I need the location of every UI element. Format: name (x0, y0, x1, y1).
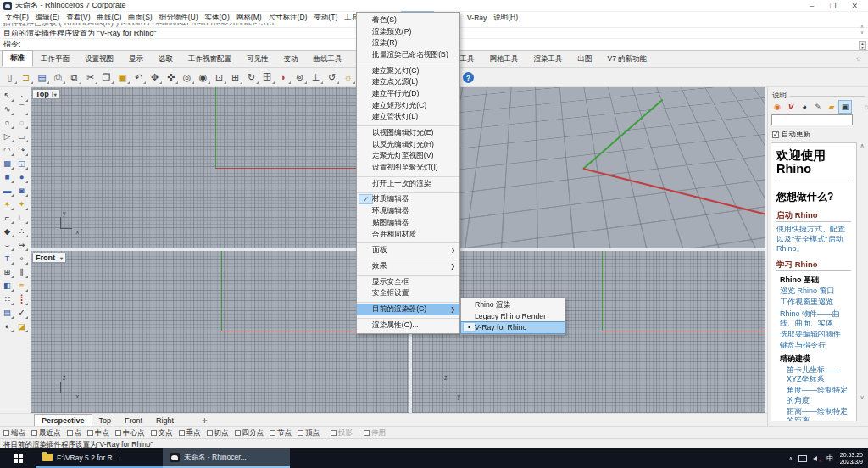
menu-bar-item[interactable]: 文件(F) (2, 12, 32, 24)
copy-view-icon[interactable]: ⧉ (67, 70, 81, 85)
menu-bar-item[interactable]: 实体(O) (202, 12, 233, 24)
dimension-icon[interactable]: ∘ (15, 252, 28, 265)
history-icon[interactable]: ↺ (325, 70, 339, 85)
render-menu-item[interactable]: ✓ 渲染属性(O)... ❯ (357, 320, 459, 332)
display-mode-icon[interactable]: ◗ (276, 70, 291, 85)
sphere-icon[interactable]: ● (15, 170, 28, 183)
checkbox[interactable] (235, 430, 241, 436)
text-icon[interactable]: T (1, 252, 14, 265)
environment-tab-icon[interactable]: ◕ (798, 101, 810, 113)
osnap-toggle[interactable]: 四分点 (235, 428, 264, 438)
render-menu-item[interactable]: ✓ 环境编辑器 ❯ (357, 205, 459, 217)
layer-icon[interactable]: ▤ (1, 306, 14, 319)
toolbar-tab[interactable]: 变动 (276, 52, 306, 67)
render-menu-item[interactable]: ✓ 渲染预览(P) ❯ (357, 26, 459, 38)
checkbox[interactable] (298, 430, 303, 436)
menu-bar-item[interactable]: 尺寸标注(D) (265, 12, 311, 24)
help-scrollbar[interactable]: ∧ ∨ (858, 142, 866, 421)
menu-bar-item[interactable]: 曲面(S) (125, 12, 155, 24)
pan-icon[interactable]: ✥ (147, 70, 162, 85)
osnap-toggle[interactable]: 顶点 (298, 428, 320, 438)
osnap-toggle[interactable]: 端点 (3, 428, 25, 438)
osnap-toggle[interactable]: 中心点 (115, 428, 145, 438)
viewport-front[interactable]: Front▾ zx (31, 251, 409, 413)
menu-bar-item[interactable]: 变动(T) (310, 12, 341, 24)
speaker-muted-icon[interactable] (813, 454, 821, 462)
group-icon[interactable]: ∷ (1, 292, 14, 305)
checkbox[interactable] (207, 430, 213, 436)
render-menu-item[interactable]: ✓ 面板 ❯ (357, 244, 459, 256)
zoom-extents-icon[interactable]: ⊞ (228, 70, 242, 85)
menu-bar-item[interactable]: 查看(V) (63, 12, 93, 24)
render-menu-item[interactable]: ✓ 以视图编辑灯光(E) ❯ (357, 127, 459, 139)
checkbox[interactable] (87, 430, 93, 436)
clock[interactable]: 20:53:202023/3/9 (840, 452, 863, 465)
boolean-icon[interactable]: ✶ (1, 198, 14, 210)
freeform-curve-icon[interactable]: ↷ (15, 143, 28, 156)
render-menu-item[interactable]: ✓ 以反光编辑灯光(H) ❯ (357, 139, 459, 151)
taskbar-task[interactable]: F:\VRay 5.2 for R... (36, 448, 163, 468)
materials-tab-icon[interactable]: ◉ (771, 101, 783, 113)
move-icon[interactable]: ✜ (164, 70, 178, 85)
render-menu-item[interactable]: ✓ 安全框设置 ❯ (357, 287, 459, 299)
osnap-toggle[interactable]: 切点 (207, 428, 229, 438)
copy-icon[interactable]: ❐ (99, 70, 114, 85)
render-menu-item[interactable]: ✓ 目前的渲染器(C) ❯ (357, 304, 459, 315)
osnap-toggle[interactable]: 投影 (331, 428, 353, 438)
gear-icon[interactable]: ☼ (863, 102, 868, 111)
viewport-tab[interactable]: Top (92, 415, 119, 426)
paste-icon[interactable]: ▣ (115, 70, 130, 85)
renderer-submenu-item[interactable]: • Rhino 渲染 (461, 299, 565, 310)
close-button[interactable]: ✕ (851, 2, 858, 10)
checkbox[interactable] (364, 430, 370, 436)
render-menu-item[interactable]: ✓ 建立管状灯(L) ❯ (357, 112, 459, 124)
menu-bar-item[interactable]: V-Ray (464, 13, 490, 23)
checkbox[interactable] (115, 430, 121, 436)
new-file-icon[interactable]: ▯ (3, 70, 17, 85)
open-file-icon[interactable]: ⊐ (19, 70, 33, 85)
zoom-dynamic-icon[interactable]: ◉ (196, 70, 210, 85)
ortho-icon[interactable]: ⊥ (309, 70, 323, 85)
rebuild-icon[interactable]: ↪ (15, 238, 28, 251)
checkbox[interactable] (31, 430, 37, 436)
chamfer-icon[interactable]: ∟ (15, 211, 28, 224)
point-icon[interactable]: ∙ (15, 89, 28, 102)
light-icon[interactable]: ☼ (341, 70, 355, 85)
toolbar-tab[interactable]: 曲线工具 (306, 52, 350, 67)
help-block[interactable]: 键盘与指令行 (771, 340, 856, 351)
render-menu-item[interactable]: ✓ 定聚光灯至视图(V) ❯ (357, 151, 459, 163)
osnap-toggle[interactable]: 节点 (270, 428, 292, 438)
array-icon[interactable]: ⊞ (1, 265, 14, 278)
control-curve-icon[interactable]: ⌒ (15, 103, 28, 115)
mirror-icon[interactable]: ∥ (15, 265, 28, 278)
pen-tab-icon[interactable]: ✎ (812, 101, 824, 113)
menu-bar-item[interactable]: 网格(M) (233, 12, 265, 24)
shade-icon[interactable]: ◐ (1, 320, 14, 332)
library-tab-icon[interactable]: ▰ (826, 101, 837, 113)
fillet-edge-icon[interactable]: ⌐ (1, 211, 14, 224)
toolbar-tab[interactable]: 工作视窗配置 (181, 52, 239, 67)
cut-icon[interactable]: ✂ (83, 70, 97, 85)
render-menu-item[interactable]: ✓ 打开上一次的渲染 ❯ (357, 178, 459, 190)
taskbar-task[interactable]: 未命名 - Rhinocer... (163, 448, 290, 468)
render-menu-item[interactable]: ✓ 建立平行光(D) ❯ (357, 88, 459, 100)
torus-icon[interactable]: ◙ (15, 184, 28, 197)
rotate-view-icon[interactable]: ↻ (244, 70, 259, 85)
toolbar-tab[interactable]: 渲染工具 (526, 52, 570, 67)
menu-bar-item[interactable]: 说明(H) (490, 12, 521, 24)
help-block[interactable]: 巡览 Rhino 窗口 (771, 286, 856, 297)
renderer-submenu-item[interactable]: • Legacy Rhino Render (461, 310, 565, 321)
toolbar-tab[interactable]: 显示 (121, 52, 151, 67)
minimize-button[interactable]: – (810, 2, 814, 10)
help-block[interactable]: Rhino 物件——曲线、曲面、实体 (771, 309, 856, 330)
checkbox[interactable] (151, 430, 157, 436)
help-block[interactable]: 使用快捷方式、配置以及"安全模式"启动 Rhino。 (771, 224, 856, 255)
render-menu-item[interactable]: ✓ 建立点光源(L) ❯ (357, 76, 459, 88)
render-menu-item[interactable]: ✓ 建立聚光灯(C) ❯ (357, 65, 459, 77)
render-menu-item[interactable]: ✓ 材质编辑器 ❯ (357, 194, 459, 206)
select-icon[interactable]: ↖ (1, 89, 14, 102)
help-block[interactable]: 笛卡儿坐标——XYZ坐标系 (771, 365, 856, 386)
display-icon[interactable] (798, 455, 807, 462)
command-scrollbar[interactable]: ∧ ∨ (858, 24, 866, 36)
restore-button[interactable]: ❐ (829, 2, 836, 10)
